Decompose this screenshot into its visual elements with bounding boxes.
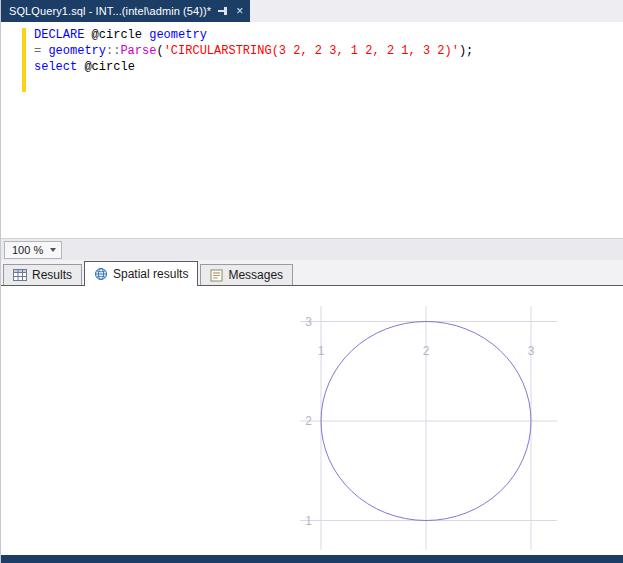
y-tick-label: 2 (305, 414, 312, 428)
tab-messages[interactable]: Messages (200, 264, 293, 285)
document-tab-title: SQLQuery1.sql - INT...(intel\admin (54))… (9, 5, 211, 17)
document-tab-bar: SQLQuery1.sql - INT...(intel\admin (54))… (1, 0, 623, 22)
code-token: DECLARE (34, 28, 92, 42)
unsaved-changes-bar (22, 28, 26, 92)
tab-spatial-results-label: Spatial results (113, 267, 188, 281)
tab-results-label: Results (32, 268, 72, 282)
code-text[interactable]: DECLARE @circle geometry= geometry::Pars… (34, 27, 623, 91)
code-token: @circle (92, 28, 150, 42)
window-bottom-strip (1, 555, 623, 563)
pin-icon[interactable] (218, 6, 229, 17)
code-token: Parse (120, 44, 156, 58)
globe-icon (94, 267, 108, 281)
code-token: geometry (48, 44, 106, 58)
x-tick-label: 3 (528, 344, 535, 358)
code-line[interactable]: DECLARE @circle geometry (34, 27, 623, 43)
spatial-results-pane[interactable]: 123123 (1, 286, 623, 555)
editor-zoom-bar: 100 % (1, 238, 623, 260)
code-token: = (34, 44, 48, 58)
code-token: ( (156, 44, 163, 58)
code-token: :: (106, 44, 120, 58)
y-tick-label: 3 (305, 315, 312, 329)
messages-icon (210, 269, 223, 282)
tab-messages-label: Messages (228, 268, 283, 282)
results-tab-bar: Results Spatial results Messages (1, 260, 623, 286)
code-token: ); (459, 44, 473, 58)
chevron-down-icon (50, 248, 56, 252)
x-tick-label: 1 (318, 344, 325, 358)
code-line[interactable] (34, 75, 623, 91)
table-grid-icon (13, 269, 27, 281)
y-tick-label: 1 (305, 514, 312, 528)
spatial-plot: 123123 (1, 286, 623, 555)
code-token: 'CIRCULARSTRING(3 2, 2 3, 1 2, 2 1, 3 2)… (164, 44, 459, 58)
document-tab-sqlquery1[interactable]: SQLQuery1.sql - INT...(intel\admin (54))… (1, 0, 250, 22)
code-line[interactable]: select @circle (34, 59, 623, 75)
zoom-dropdown[interactable]: 100 % (4, 241, 62, 259)
code-token: geometry (149, 28, 207, 42)
sql-editor[interactable]: DECLARE @circle geometry= geometry::Pars… (1, 22, 623, 238)
tab-spatial-results[interactable]: Spatial results (84, 261, 198, 286)
zoom-value: 100 % (12, 244, 43, 256)
code-line[interactable]: = geometry::Parse('CIRCULARSTRING(3 2, 2… (34, 43, 623, 59)
x-tick-label: 2 (423, 344, 430, 358)
code-token: @circle (84, 60, 134, 74)
ssms-window: SQLQuery1.sql - INT...(intel\admin (54))… (0, 0, 623, 563)
code-token: select (34, 60, 84, 74)
close-icon[interactable]: × (236, 5, 243, 17)
tab-results[interactable]: Results (3, 264, 82, 285)
